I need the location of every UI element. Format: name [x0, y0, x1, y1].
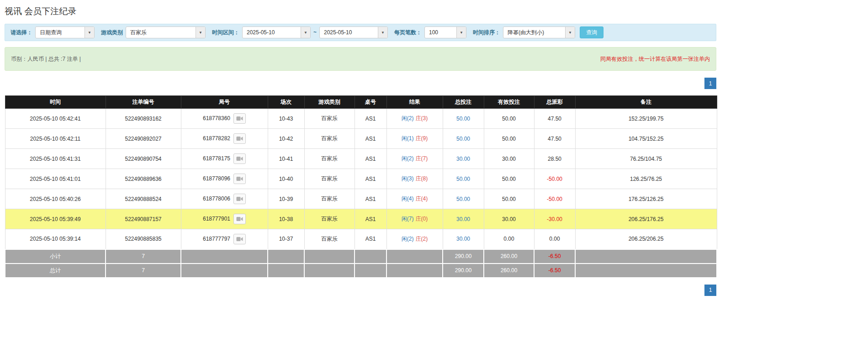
- cell-note: 206.25/206.25: [575, 229, 717, 249]
- result-player: 闲(7): [402, 216, 414, 222]
- col-payout: 总派彩: [534, 96, 575, 109]
- cell-session: 10-37: [268, 229, 304, 249]
- col-note: 备注: [575, 96, 717, 109]
- cell-result: 闲(2)庄(7): [386, 149, 443, 169]
- cell-table-no: AS1: [355, 229, 386, 249]
- cell-result: 闲(4)庄(4): [386, 189, 443, 209]
- chevron-down-icon: ▼: [460, 31, 463, 35]
- total-count: 7: [106, 264, 181, 278]
- video-playback-button[interactable]: [233, 153, 246, 164]
- cell-table-no: AS1: [355, 169, 386, 189]
- cell-valid-bet: 50.00: [484, 189, 534, 209]
- page-size-label: 每页笔数：: [394, 29, 422, 37]
- date-to-select[interactable]: 2025-05-10 ▼: [319, 26, 388, 38]
- cell-total-bet: 30.00: [443, 229, 484, 249]
- cell-valid-bet: 30.00: [484, 209, 534, 229]
- total-bet-link[interactable]: 30.00: [456, 156, 470, 162]
- video-playback-button[interactable]: [233, 234, 246, 244]
- cell-payout: 28.50: [534, 149, 575, 169]
- search-button[interactable]: 查询: [580, 26, 603, 38]
- total-bet-link[interactable]: 50.00: [456, 176, 470, 182]
- pagination-bottom: 1: [5, 285, 716, 296]
- date-from-select[interactable]: 2025-05-10 ▼: [242, 26, 311, 38]
- page-title: 视讯 会员下注纪录: [5, 5, 716, 17]
- filter-bar: 请选择： 日期查询 ▼ 游戏类别 百家乐 ▼ 时间区间： 2025-05-10 …: [5, 24, 716, 41]
- total-row: 总计 7 290.00 260.00 -6.50: [5, 264, 717, 278]
- cell-round-no: 618778282: [181, 129, 268, 149]
- cell-bet-no: 522490888524: [106, 189, 181, 209]
- cell-table-no: AS1: [355, 149, 386, 169]
- video-playback-button[interactable]: [233, 194, 246, 204]
- total-bet-link[interactable]: 30.00: [456, 216, 470, 222]
- cell-time: 2025-05-10 05:42:11: [5, 129, 106, 149]
- total-bet-link[interactable]: 50.00: [456, 116, 470, 122]
- cell-bet-no: 522490892027: [106, 129, 181, 149]
- cell-bet-no: 522490885835: [106, 229, 181, 249]
- page-size-select[interactable]: 100 ▼: [424, 26, 466, 38]
- col-round-no: 局号: [181, 96, 268, 109]
- col-result: 结果: [386, 96, 443, 109]
- query-type-select[interactable]: 日期查询 ▼: [35, 26, 95, 38]
- result-banker: 庄(9): [416, 135, 428, 142]
- page-1-button[interactable]: 1: [704, 285, 716, 296]
- page-container: 视讯 会员下注纪录 请选择： 日期查询 ▼ 游戏类别 百家乐 ▼ 时间区间： 2…: [0, 0, 716, 296]
- query-type-caret-button[interactable]: ▼: [85, 27, 94, 38]
- table-row: 2025-05-10 05:42:41 522490893162 6187783…: [5, 109, 717, 129]
- cell-result: 闲(3)庄(8): [386, 169, 443, 189]
- date-from-caret-button[interactable]: ▼: [301, 27, 310, 38]
- subtotal-label: 小计: [5, 249, 106, 264]
- result-player: 闲(2): [402, 236, 414, 242]
- round-no-text: 618778360: [203, 115, 230, 121]
- video-playback-button[interactable]: [233, 174, 246, 184]
- cell-payout: 47.50: [534, 129, 575, 149]
- cell-note: 76.25/104.75: [575, 149, 717, 169]
- video-camera-icon: [236, 216, 243, 222]
- round-no-text: 618778096: [203, 175, 230, 182]
- col-total-bet: 总投注: [443, 96, 484, 109]
- time-sort-label: 时间排序：: [473, 29, 500, 37]
- cell-valid-bet: 0.00: [484, 229, 534, 249]
- pagination-top: 1: [5, 78, 716, 89]
- video-playback-button[interactable]: [233, 133, 246, 144]
- chevron-down-icon: ▼: [88, 31, 91, 35]
- round-no-text: 618778282: [203, 135, 230, 142]
- total-bet-link[interactable]: 50.00: [456, 136, 470, 142]
- cell-note: 104.75/152.25: [575, 129, 717, 149]
- game-type-select[interactable]: 百家乐 ▼: [126, 26, 206, 38]
- cell-session: 10-42: [268, 129, 304, 149]
- total-bet-link[interactable]: 50.00: [456, 196, 470, 202]
- time-sort-select[interactable]: 降幂(由大到小) ▼: [503, 26, 575, 38]
- table-body: 2025-05-10 05:42:41 522490893162 6187783…: [5, 109, 717, 249]
- cell-round-no: 618777901: [181, 209, 268, 229]
- cell-valid-bet: 30.00: [484, 149, 534, 169]
- result-player: 闲(1): [402, 135, 414, 142]
- cell-session: 10-41: [268, 149, 304, 169]
- page-size-caret-button[interactable]: ▼: [456, 27, 466, 38]
- total-bet-link[interactable]: 30.00: [456, 236, 470, 242]
- cell-valid-bet: 50.00: [484, 109, 534, 129]
- video-camera-icon: [236, 176, 243, 181]
- cell-round-no: 618778360: [181, 109, 268, 129]
- page-1-button[interactable]: 1: [704, 78, 716, 89]
- cell-payout: -50.00: [534, 189, 575, 209]
- cell-game-type: 百家乐: [304, 129, 355, 149]
- game-type-caret-button[interactable]: ▼: [196, 27, 205, 38]
- video-playback-button[interactable]: [233, 113, 246, 124]
- video-camera-icon: [236, 237, 243, 242]
- col-session: 场次: [268, 96, 304, 109]
- game-type-value: 百家乐: [126, 27, 196, 38]
- table-header: 时间 注单编号 局号 场次 游戏类别 桌号 结果 总投注 有效投注 总派彩 备注: [5, 96, 717, 109]
- time-sort-caret-button[interactable]: ▼: [565, 27, 575, 38]
- cell-result: 闲(7)庄(0): [386, 209, 443, 229]
- cell-game-type: 百家乐: [304, 169, 355, 189]
- round-no-text: 618777797: [203, 235, 230, 242]
- subtotal-row: 小计 7 290.00 260.00 -6.50: [5, 249, 717, 264]
- bet-records-table: 时间 注单编号 局号 场次 游戏类别 桌号 结果 总投注 有效投注 总派彩 备注…: [5, 95, 717, 278]
- cell-table-no: AS1: [355, 129, 386, 149]
- cell-game-type: 百家乐: [304, 209, 355, 229]
- total-valid-bet: 260.00: [484, 264, 534, 278]
- date-to-caret-button[interactable]: ▼: [378, 27, 387, 38]
- cell-payout: 0.00: [534, 229, 575, 249]
- cell-total-bet: 50.00: [443, 129, 484, 149]
- video-playback-button[interactable]: [233, 214, 246, 224]
